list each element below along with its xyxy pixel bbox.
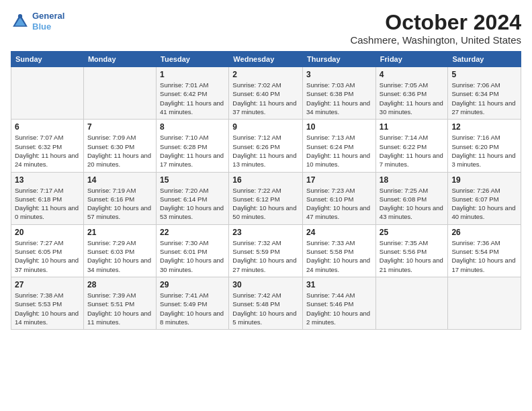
- day-number: 26: [451, 228, 517, 237]
- header-tuesday: Tuesday: [157, 52, 229, 67]
- day-number: 9: [232, 122, 299, 132]
- day-detail: Sunrise: 7:30 AM Sunset: 6:01 PM Dayligh…: [160, 238, 225, 274]
- day-number: 7: [87, 122, 152, 132]
- calendar-cell: 1Sunrise: 7:01 AM Sunset: 6:42 PM Daylig…: [157, 67, 229, 120]
- calendar-cell: [448, 277, 521, 329]
- svg-point-1: [18, 14, 22, 18]
- calendar-cell: 7Sunrise: 7:09 AM Sunset: 6:30 PM Daylig…: [83, 120, 156, 172]
- day-number: 4: [380, 70, 445, 79]
- day-number: 12: [451, 122, 517, 132]
- day-number: 23: [232, 228, 299, 237]
- logo-text: General Blue: [32, 11, 64, 32]
- calendar-cell: 10Sunrise: 7:13 AM Sunset: 6:24 PM Dayli…: [303, 120, 376, 172]
- day-number: 20: [15, 228, 80, 237]
- day-detail: Sunrise: 7:14 AM Sunset: 6:22 PM Dayligh…: [380, 133, 445, 169]
- day-detail: Sunrise: 7:39 AM Sunset: 5:51 PM Dayligh…: [87, 291, 152, 326]
- day-detail: Sunrise: 7:01 AM Sunset: 6:42 PM Dayligh…: [160, 81, 225, 116]
- calendar-cell: 17Sunrise: 7:23 AM Sunset: 6:10 PM Dayli…: [303, 172, 376, 224]
- day-number: 27: [15, 280, 80, 289]
- header-wednesday: Wednesday: [229, 52, 303, 67]
- month-title: October 2024: [350, 11, 521, 34]
- calendar-cell: 13Sunrise: 7:17 AM Sunset: 6:18 PM Dayli…: [11, 172, 84, 224]
- day-number: 2: [232, 70, 299, 79]
- calendar-cell: [83, 67, 156, 120]
- day-number: 10: [306, 122, 372, 132]
- day-number: 13: [15, 175, 80, 185]
- week-row-4: 20Sunrise: 7:27 AM Sunset: 6:05 PM Dayli…: [11, 224, 521, 277]
- header-saturday: Saturday: [448, 52, 521, 67]
- calendar-cell: 30Sunrise: 7:42 AM Sunset: 5:48 PM Dayli…: [229, 277, 303, 329]
- day-detail: Sunrise: 7:41 AM Sunset: 5:49 PM Dayligh…: [160, 291, 225, 326]
- day-detail: Sunrise: 7:19 AM Sunset: 6:16 PM Dayligh…: [87, 186, 152, 222]
- calendar-cell: [375, 277, 448, 329]
- day-detail: Sunrise: 7:07 AM Sunset: 6:32 PM Dayligh…: [15, 133, 80, 169]
- day-number: 11: [380, 122, 445, 132]
- calendar-cell: 4Sunrise: 7:05 AM Sunset: 6:36 PM Daylig…: [375, 67, 448, 120]
- day-detail: Sunrise: 7:10 AM Sunset: 6:28 PM Dayligh…: [160, 133, 225, 169]
- logo: General Blue: [11, 11, 64, 32]
- calendar-cell: 12Sunrise: 7:16 AM Sunset: 6:20 PM Dayli…: [448, 120, 521, 172]
- day-detail: Sunrise: 7:38 AM Sunset: 5:53 PM Dayligh…: [15, 291, 80, 326]
- day-number: 21: [87, 228, 152, 237]
- day-detail: Sunrise: 7:05 AM Sunset: 6:36 PM Dayligh…: [380, 81, 445, 116]
- day-detail: Sunrise: 7:13 AM Sunset: 6:24 PM Dayligh…: [306, 133, 372, 169]
- calendar-cell: 22Sunrise: 7:30 AM Sunset: 6:01 PM Dayli…: [157, 224, 229, 277]
- header-friday: Friday: [375, 52, 448, 67]
- day-number: 30: [232, 280, 299, 289]
- calendar-cell: 21Sunrise: 7:29 AM Sunset: 6:03 PM Dayli…: [83, 224, 156, 277]
- day-detail: Sunrise: 7:09 AM Sunset: 6:30 PM Dayligh…: [87, 133, 152, 169]
- day-detail: Sunrise: 7:22 AM Sunset: 6:12 PM Dayligh…: [232, 186, 299, 222]
- header-monday: Monday: [83, 52, 156, 67]
- day-detail: Sunrise: 7:16 AM Sunset: 6:20 PM Dayligh…: [451, 133, 517, 169]
- calendar-cell: 15Sunrise: 7:20 AM Sunset: 6:14 PM Dayli…: [157, 172, 229, 224]
- day-detail: Sunrise: 7:27 AM Sunset: 6:05 PM Dayligh…: [15, 238, 80, 274]
- day-number: 3: [306, 70, 372, 79]
- week-row-1: 1Sunrise: 7:01 AM Sunset: 6:42 PM Daylig…: [11, 67, 521, 120]
- day-detail: Sunrise: 7:26 AM Sunset: 6:07 PM Dayligh…: [451, 186, 517, 222]
- day-detail: Sunrise: 7:33 AM Sunset: 5:58 PM Dayligh…: [306, 238, 372, 274]
- title-area: October 2024 Cashmere, Washington, Unite…: [350, 11, 521, 46]
- day-number: 22: [160, 228, 225, 237]
- day-detail: Sunrise: 7:25 AM Sunset: 6:08 PM Dayligh…: [380, 186, 445, 222]
- day-detail: Sunrise: 7:12 AM Sunset: 6:26 PM Dayligh…: [232, 133, 299, 169]
- week-row-2: 6Sunrise: 7:07 AM Sunset: 6:32 PM Daylig…: [11, 120, 521, 172]
- day-number: 14: [87, 175, 152, 185]
- calendar-cell: 16Sunrise: 7:22 AM Sunset: 6:12 PM Dayli…: [229, 172, 303, 224]
- day-number: 17: [306, 175, 372, 185]
- day-number: 1: [160, 70, 225, 79]
- calendar-cell: 14Sunrise: 7:19 AM Sunset: 6:16 PM Dayli…: [83, 172, 156, 224]
- calendar-cell: 19Sunrise: 7:26 AM Sunset: 6:07 PM Dayli…: [448, 172, 521, 224]
- calendar-cell: 31Sunrise: 7:44 AM Sunset: 5:46 PM Dayli…: [303, 277, 376, 329]
- calendar-cell: 29Sunrise: 7:41 AM Sunset: 5:49 PM Dayli…: [157, 277, 229, 329]
- calendar-cell: 8Sunrise: 7:10 AM Sunset: 6:28 PM Daylig…: [157, 120, 229, 172]
- day-number: 15: [160, 175, 225, 185]
- day-number: 29: [160, 280, 225, 289]
- calendar-cell: 6Sunrise: 7:07 AM Sunset: 6:32 PM Daylig…: [11, 120, 84, 172]
- calendar-cell: 5Sunrise: 7:06 AM Sunset: 6:34 PM Daylig…: [448, 67, 521, 120]
- day-number: 31: [306, 280, 372, 289]
- day-detail: Sunrise: 7:03 AM Sunset: 6:38 PM Dayligh…: [306, 81, 372, 116]
- day-detail: Sunrise: 7:36 AM Sunset: 5:54 PM Dayligh…: [451, 238, 517, 274]
- day-number: 16: [232, 175, 299, 185]
- calendar-cell: 2Sunrise: 7:02 AM Sunset: 6:40 PM Daylig…: [229, 67, 303, 120]
- logo-icon: [11, 12, 30, 31]
- day-number: 5: [451, 70, 517, 79]
- day-detail: Sunrise: 7:17 AM Sunset: 6:18 PM Dayligh…: [15, 186, 80, 222]
- day-number: 8: [160, 122, 225, 132]
- header-thursday: Thursday: [303, 52, 376, 67]
- calendar-cell: 11Sunrise: 7:14 AM Sunset: 6:22 PM Dayli…: [375, 120, 448, 172]
- calendar-cell: 25Sunrise: 7:35 AM Sunset: 5:56 PM Dayli…: [375, 224, 448, 277]
- day-number: 24: [306, 228, 372, 237]
- header-sunday: Sunday: [11, 52, 84, 67]
- calendar-cell: 9Sunrise: 7:12 AM Sunset: 6:26 PM Daylig…: [229, 120, 303, 172]
- day-number: 28: [87, 280, 152, 289]
- calendar-cell: [11, 67, 84, 120]
- day-detail: Sunrise: 7:02 AM Sunset: 6:40 PM Dayligh…: [232, 81, 299, 116]
- calendar-table: SundayMondayTuesdayWednesdayThursdayFrid…: [11, 51, 521, 330]
- day-detail: Sunrise: 7:20 AM Sunset: 6:14 PM Dayligh…: [160, 186, 225, 222]
- week-row-3: 13Sunrise: 7:17 AM Sunset: 6:18 PM Dayli…: [11, 172, 521, 224]
- header-row: SundayMondayTuesdayWednesdayThursdayFrid…: [11, 52, 521, 67]
- week-row-5: 27Sunrise: 7:38 AM Sunset: 5:53 PM Dayli…: [11, 277, 521, 329]
- location-title: Cashmere, Washington, United States: [350, 34, 521, 46]
- day-detail: Sunrise: 7:29 AM Sunset: 6:03 PM Dayligh…: [87, 238, 152, 274]
